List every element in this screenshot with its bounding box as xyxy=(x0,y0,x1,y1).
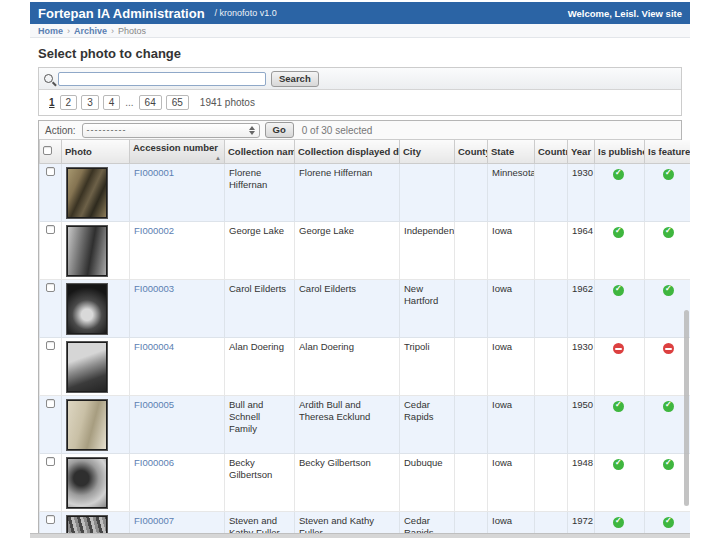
table-row: FI000003Carol EildertsCarol EildertsNew … xyxy=(40,280,691,338)
go-button[interactable]: Go xyxy=(265,122,294,138)
page-link[interactable]: 2 xyxy=(60,95,78,110)
photo-thumbnail xyxy=(67,168,107,218)
published-yes-icon xyxy=(613,227,624,238)
row-checkbox[interactable] xyxy=(46,167,55,176)
page-link[interactable]: 64 xyxy=(139,95,162,110)
table-row: FI000006Becky GilbertsonBecky Gilbertson… xyxy=(40,454,691,512)
year-cell: 1962 xyxy=(568,280,595,338)
column-header-country[interactable]: Country xyxy=(535,140,568,164)
accession-number-link[interactable]: FI000001 xyxy=(134,167,174,178)
search-button[interactable]: Search xyxy=(271,71,319,87)
page-link[interactable]: 65 xyxy=(166,95,189,110)
table-row: FI000001Florene HiffernanFlorene Hiffern… xyxy=(40,164,691,222)
row-checkbox[interactable] xyxy=(46,283,55,292)
country-cell xyxy=(535,396,568,454)
column-header-is-published[interactable]: Is published xyxy=(595,140,645,164)
state-cell: Iowa xyxy=(488,338,535,396)
collection-donors-cell: Alan Doering xyxy=(295,338,400,396)
window-bottom-edge xyxy=(30,533,690,538)
county-cell xyxy=(455,512,488,534)
published-yes-icon xyxy=(613,169,624,180)
action-selected-option: ---------- xyxy=(87,125,127,135)
sort-ascending-icon: ▲ xyxy=(215,155,221,161)
row-checkbox[interactable] xyxy=(46,399,55,408)
accession-number-link[interactable]: FI000002 xyxy=(134,225,174,236)
photo-thumbnail xyxy=(67,342,107,392)
city-cell: Dubuque xyxy=(400,454,455,512)
column-header-collection-displayed-donors[interactable]: Collection displayed donors xyxy=(295,140,400,164)
vertical-scrollbar[interactable] xyxy=(684,310,689,506)
state-cell: Iowa xyxy=(488,512,535,534)
country-cell xyxy=(535,512,568,534)
accession-number-link[interactable]: FI000007 xyxy=(134,515,174,526)
city-cell: New Hartford xyxy=(400,280,455,338)
page-title: Select photo to change xyxy=(38,46,682,61)
welcome-text: Welcome, Leisl. xyxy=(568,8,639,19)
column-header-year[interactable]: Year xyxy=(568,140,595,164)
actions-bar: Action: ---------- Go 0 of 30 selected xyxy=(39,121,681,140)
published-no-icon xyxy=(613,343,624,354)
country-cell xyxy=(535,454,568,512)
published-yes-icon xyxy=(613,285,624,296)
featured-yes-icon xyxy=(663,227,674,238)
page-current: 1 xyxy=(49,97,55,108)
column-header-county[interactable]: County xyxy=(455,140,488,164)
collection-name-cell: George Lake xyxy=(225,222,295,280)
row-checkbox[interactable] xyxy=(46,515,55,524)
state-cell: Minnesota xyxy=(488,164,535,222)
year-cell: 1950 xyxy=(568,396,595,454)
city-cell xyxy=(400,164,455,222)
table-row: FI000007Steven and Kathy FullerSteven an… xyxy=(40,512,691,534)
column-header-accession-number[interactable]: Accession number▲ xyxy=(130,140,225,164)
search-icon xyxy=(44,74,53,83)
search-module: Search 1234...6465 1941 photos xyxy=(38,67,682,116)
photo-thumbnail xyxy=(67,226,107,276)
breadcrumb-separator: › xyxy=(111,26,114,36)
row-checkbox[interactable] xyxy=(46,457,55,466)
featured-yes-icon xyxy=(663,401,674,412)
admin-window: Fortepan IA Administration / kronofoto v… xyxy=(30,2,690,533)
column-header-photo[interactable]: Photo xyxy=(62,140,130,164)
published-yes-icon xyxy=(613,459,624,470)
collection-donors-cell: Ardith Bull and Theresa Ecklund xyxy=(295,396,400,454)
photo-thumbnail xyxy=(67,400,107,450)
column-header-is-featured[interactable]: Is featured xyxy=(645,140,691,164)
accession-number-link[interactable]: FI000003 xyxy=(134,283,174,294)
column-header-state[interactable]: State xyxy=(488,140,535,164)
page-link[interactable]: 3 xyxy=(81,95,99,110)
action-label: Action: xyxy=(45,125,76,136)
accession-number-link[interactable]: FI000005 xyxy=(134,399,174,410)
view-site-link[interactable]: View site xyxy=(642,8,683,19)
country-cell xyxy=(535,338,568,396)
accession-number-link[interactable]: FI000006 xyxy=(134,457,174,468)
accession-number-link[interactable]: FI000004 xyxy=(134,341,174,352)
column-header-collection-name[interactable]: Collection name xyxy=(225,140,295,164)
breadcrumb-separator: › xyxy=(67,26,70,36)
collection-name-cell: Steven and Kathy Fuller xyxy=(225,512,295,534)
paginator-pages: 1234...6465 xyxy=(46,95,191,110)
county-cell xyxy=(455,454,488,512)
county-cell xyxy=(455,222,488,280)
column-header-city[interactable]: City xyxy=(400,140,455,164)
search-input[interactable] xyxy=(58,72,266,86)
page-link[interactable]: 4 xyxy=(103,95,121,110)
breadcrumb-archive-link[interactable]: Archive xyxy=(74,26,107,36)
city-cell: Cedar Rapids xyxy=(400,396,455,454)
collection-donors-cell: George Lake xyxy=(295,222,400,280)
content-area: Select photo to change Search 1234...646… xyxy=(30,38,690,533)
row-checkbox[interactable] xyxy=(46,341,55,350)
breadcrumb-home-link[interactable]: Home xyxy=(38,26,63,36)
action-select[interactable]: ---------- xyxy=(82,123,260,138)
photo-thumbnail xyxy=(67,284,107,334)
city-cell: Cedar Rapids xyxy=(400,512,455,534)
page: { "app": { "title": "Fortepan IA Adminis… xyxy=(0,0,720,540)
county-cell xyxy=(455,396,488,454)
row-checkbox[interactable] xyxy=(46,225,55,234)
county-cell xyxy=(455,164,488,222)
results-table: PhotoAccession number▲Collection nameCol… xyxy=(39,140,690,533)
select-all-checkbox[interactable] xyxy=(43,146,52,155)
table-header-row: PhotoAccession number▲Collection nameCol… xyxy=(40,140,691,164)
results-module: Action: ---------- Go 0 of 30 selected P… xyxy=(38,120,682,533)
table-row: FI000002George LakeGeorge LakeIndependen… xyxy=(40,222,691,280)
year-cell: 1964 xyxy=(568,222,595,280)
